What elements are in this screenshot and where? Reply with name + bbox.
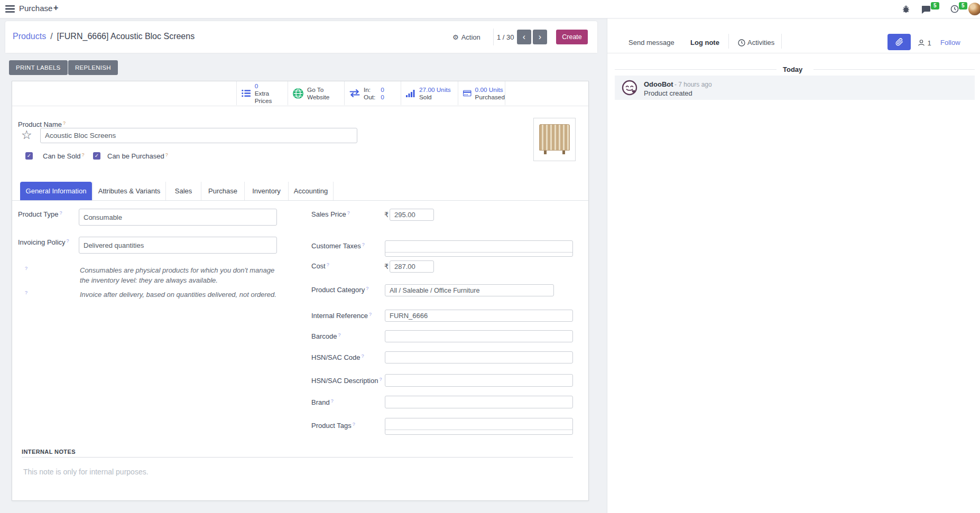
help-marker: ? xyxy=(366,286,368,291)
invoicing-policy-input[interactable] xyxy=(79,237,277,254)
product-category-input[interactable] xyxy=(385,284,554,296)
tab-purchase[interactable]: Purchase xyxy=(201,182,245,200)
product-type-input[interactable] xyxy=(79,209,277,226)
messages-count-badge: 5 xyxy=(931,2,939,10)
customer-taxes-tags-line xyxy=(385,241,572,253)
favorite-star-icon[interactable]: ☆ xyxy=(21,129,32,141)
odoobot-avatar xyxy=(622,80,637,98)
chatter-panel: Send message Log note Activities 1 Follo… xyxy=(607,18,980,513)
cost-input[interactable] xyxy=(390,260,434,273)
help-marker: ? xyxy=(369,312,372,317)
app-name[interactable]: Purchase xyxy=(19,4,52,13)
breadcrumb-current: [FURN_6666] Acoustic Bloc Screens xyxy=(57,32,195,41)
stat-go-to-website[interactable]: Go ToWebsite xyxy=(288,81,344,105)
globe-icon xyxy=(293,88,303,99)
product-tags-input[interactable] xyxy=(385,418,573,435)
hsn-sac-code-label: HSN/SAC Code? xyxy=(311,353,364,361)
activities-tab[interactable]: Activities xyxy=(747,39,774,46)
top-navbar: Purchase + 5 5 xyxy=(0,0,980,18)
invoicing-help-note: Invoice after delivery, based on quantit… xyxy=(80,290,276,300)
barcode-input[interactable] xyxy=(385,330,573,342)
can-be-purchased-checkbox[interactable]: ✓ xyxy=(93,152,100,160)
help-marker: ? xyxy=(338,332,340,338)
follow-button[interactable]: Follow xyxy=(940,39,960,46)
print-labels-button[interactable]: PRINT LABELS xyxy=(9,60,68,75)
stat-units-sold[interactable]: 27.00 UnitsSold xyxy=(401,81,458,105)
today-line-right xyxy=(813,69,975,70)
message-author: OdooBot xyxy=(644,80,673,88)
cost-label: Cost? xyxy=(311,262,329,270)
internal-notes-editor[interactable]: This note is only for internal purposes. xyxy=(23,468,149,476)
product-type-label: Product Type? xyxy=(18,210,62,218)
tab-inventory[interactable]: Inventory xyxy=(245,182,289,200)
messages-icon[interactable] xyxy=(921,5,931,16)
create-button[interactable]: Create xyxy=(556,30,588,44)
product-name-input[interactable] xyxy=(40,128,357,143)
help-marker: ? xyxy=(379,377,382,382)
help-marker: ? xyxy=(63,120,66,126)
debug-bug-icon[interactable] xyxy=(902,5,910,15)
message-body: Product created xyxy=(644,89,692,97)
cp-divider xyxy=(493,29,494,45)
control-panel: Products / [FURN_6666] Acoustic Bloc Scr… xyxy=(5,21,597,53)
tabs-underline xyxy=(12,200,588,201)
tab-general-information[interactable]: General Information xyxy=(20,182,92,200)
pager-previous-button[interactable]: ‹ xyxy=(517,30,531,44)
breadcrumb-products-link[interactable]: Products xyxy=(13,32,46,41)
currency-symbol: ₹ xyxy=(384,263,389,271)
help-marker: ? xyxy=(25,290,27,295)
tab-accounting[interactable]: Accounting xyxy=(289,182,334,200)
replenish-button[interactable]: REPLENISH xyxy=(68,60,118,75)
can-be-sold-checkbox[interactable]: ✓ xyxy=(25,152,33,160)
invoicing-policy-label: Invoicing Policy? xyxy=(18,238,69,246)
pricelist-icon xyxy=(242,89,251,97)
product-image[interactable] xyxy=(533,118,576,161)
help-marker: ? xyxy=(59,210,62,216)
units-purchased-label: Purchased xyxy=(475,94,505,101)
log-note-tab[interactable]: Log note xyxy=(690,39,719,46)
pager-counter: 1 / 30 xyxy=(497,33,514,41)
stat-extra-prices[interactable]: 0Extra Prices xyxy=(236,81,288,105)
help-marker: ? xyxy=(353,422,355,427)
hsn-sac-description-label: HSN/SAC Description? xyxy=(311,377,382,385)
help-marker: ? xyxy=(25,266,27,271)
units-sold-label: Sold xyxy=(419,94,451,101)
chatter-divider xyxy=(728,34,729,49)
bar-chart-icon xyxy=(406,89,415,97)
website-line2: Website xyxy=(307,94,329,101)
out-value: 0 xyxy=(381,94,384,101)
tab-attributes-variants[interactable]: Attributes & Variants xyxy=(93,182,166,200)
transfer-arrows-icon xyxy=(349,89,360,97)
product-tags-label: Product Tags? xyxy=(311,422,355,430)
hsn-sac-description-input[interactable] xyxy=(385,374,573,387)
user-avatar[interactable] xyxy=(968,3,980,15)
send-message-tab[interactable]: Send message xyxy=(628,39,674,46)
in-label: In: xyxy=(364,86,375,94)
breadcrumb: Products / [FURN_6666] Acoustic Bloc Scr… xyxy=(13,32,195,41)
hsn-sac-code-input[interactable] xyxy=(385,351,573,363)
help-marker: ? xyxy=(362,242,365,247)
tab-sales[interactable]: Sales xyxy=(166,182,201,200)
internal-reference-input[interactable] xyxy=(385,310,573,322)
new-tab-plus-icon[interactable]: + xyxy=(53,3,58,13)
product-category-label: Product Category? xyxy=(311,286,368,294)
message-row: OdooBot - 7 hours ago Product created xyxy=(615,76,975,100)
credit-card-icon xyxy=(463,89,471,97)
sales-price-input[interactable] xyxy=(390,209,434,221)
product-name-label: Product Name? xyxy=(18,120,66,128)
units-sold-value: 27.00 Units xyxy=(419,86,451,94)
brand-input[interactable] xyxy=(385,396,573,408)
stat-units-purchased[interactable]: 0.00 UnitsPurchased xyxy=(458,81,505,105)
customer-taxes-tags-input[interactable] xyxy=(385,240,573,257)
followers-button[interactable]: 1 xyxy=(918,39,931,49)
attachments-button[interactable] xyxy=(887,34,911,50)
stat-in-out[interactable]: In:0 Out:0 xyxy=(344,81,401,105)
action-menu-button[interactable]: ⚙ Action xyxy=(452,33,480,41)
extra-prices-label: Extra Prices xyxy=(255,90,288,105)
pager-next-button[interactable]: › xyxy=(533,30,547,44)
activities-clock-icon[interactable] xyxy=(950,5,959,15)
apps-menu-icon[interactable] xyxy=(5,5,15,15)
today-separator: Today xyxy=(783,66,802,73)
message-timestamp: - 7 hours ago xyxy=(674,81,712,88)
acoustic-screen-picture xyxy=(539,124,570,151)
